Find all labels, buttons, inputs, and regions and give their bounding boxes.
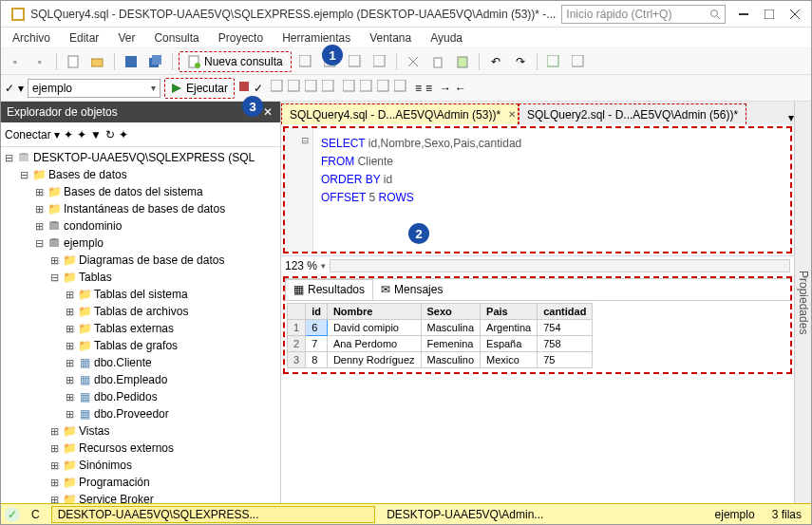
toolbar-icon[interactable] <box>568 51 589 72</box>
menu-archivo[interactable]: Archivo <box>5 29 58 47</box>
stop-button[interactable] <box>238 81 250 95</box>
tree-sys-tables[interactable]: ⊞📁Tablas del sistema <box>1 286 280 303</box>
sql-editor[interactable]: ⊟ SELECT id,Nombre,Sexo,Pais,cantidad FR… <box>285 128 790 252</box>
tree-ejemplo[interactable]: ⊟ejemplo <box>1 234 280 252</box>
tree-snapshots[interactable]: ⊞📁Instantáneas de bases de datos <box>1 200 280 217</box>
redo-button[interactable]: ↷ <box>510 51 531 72</box>
results-grid[interactable]: idNombreSexoPaiscantidad 16David comipio… <box>287 303 593 368</box>
nav-fwd-button[interactable]: ◦ <box>29 51 50 72</box>
toolbar-icon[interactable] <box>322 80 335 96</box>
menu-editar[interactable]: Editar <box>62 29 106 47</box>
paste-button[interactable] <box>452 51 473 72</box>
indent-button[interactable]: → <box>440 82 451 95</box>
panel-close-icon[interactable]: ✕ <box>261 105 274 119</box>
tree-condo[interactable]: ⊞condominio <box>1 217 280 234</box>
tree-synonyms[interactable]: ⊞📁Sinónimos <box>1 457 280 474</box>
tree-sys-db[interactable]: ⊞📁Bases de datos del sistema <box>1 183 280 200</box>
callout-3: 3 <box>242 96 263 117</box>
nav-back-button[interactable]: ◦ <box>5 51 26 72</box>
table-row: 38Denny RodríguezMasculinoMexico75 <box>288 352 593 368</box>
tree-diagrams[interactable]: ⊞📁Diagramas de base de datos <box>1 252 280 269</box>
undo-button[interactable]: ↶ <box>485 51 506 72</box>
menu-consulta[interactable]: Consulta <box>146 29 206 47</box>
toolbar-icon[interactable] <box>305 80 318 96</box>
svg-rect-12 <box>152 55 161 65</box>
cut-button[interactable] <box>403 51 424 72</box>
toolbar-icon[interactable]: ✦ <box>119 128 128 141</box>
new-item-button[interactable] <box>63 51 84 72</box>
open-button[interactable] <box>87 51 108 72</box>
toolbar-icon[interactable] <box>377 80 390 96</box>
menu-ver[interactable]: Ver <box>110 29 142 47</box>
close-icon[interactable]: ✕ <box>508 109 516 120</box>
tab-mensajes[interactable]: ✉Mensajes <box>373 279 450 300</box>
toolbar-icon[interactable] <box>271 80 284 96</box>
menu-ventana[interactable]: Ventana <box>362 29 419 47</box>
toolbar-icon[interactable]: ✓ <box>5 82 14 95</box>
tree-ext-resources[interactable]: ⊞📁Recursos externos <box>1 440 280 457</box>
toolbar-icon[interactable] <box>343 80 356 96</box>
toolbar-icon[interactable] <box>360 80 373 96</box>
connect-dropdown[interactable]: Conectar ▾ <box>5 128 60 141</box>
save-button[interactable] <box>121 51 142 72</box>
copy-button[interactable] <box>427 51 448 72</box>
object-tree[interactable]: ⊟DESKTOP-UAAE5VQ\SQLEXPRESS (SQL ⊟📁Bases… <box>1 147 280 503</box>
toolbar-icon[interactable] <box>394 80 407 96</box>
toolbar-icon[interactable] <box>295 51 316 72</box>
tree-tables[interactable]: ⊟📁Tablas <box>1 269 280 286</box>
toolbar-icon[interactable]: ✦ <box>64 128 73 141</box>
tree-views[interactable]: ⊞📁Vistas <box>1 422 280 440</box>
minimize-button[interactable] <box>731 4 757 25</box>
new-query-button[interactable]: Nueva consulta <box>179 51 292 72</box>
uncomment-button[interactable]: ≡ <box>425 82 432 95</box>
tree-service-broker[interactable]: ⊞📁Service Broker <box>1 491 280 503</box>
outdent-button[interactable]: ← <box>455 82 466 95</box>
toolbar-icon[interactable] <box>288 80 301 96</box>
tree-graph-tables[interactable]: ⊞📁Tablas de grafos <box>1 337 280 354</box>
properties-strip[interactable]: Propiedades <box>794 102 811 503</box>
status-rows: 3 filas <box>766 506 807 523</box>
parse-button[interactable]: ✓ <box>254 82 263 95</box>
chevron-down-icon[interactable]: ▾ <box>321 261 326 271</box>
callout-1: 1 <box>322 45 343 66</box>
toolbar-icon[interactable] <box>543 51 564 72</box>
execute-button[interactable]: Ejecutar <box>164 78 235 99</box>
save-all-button[interactable] <box>145 51 166 72</box>
tab-resultados[interactable]: ▦Resultados <box>285 279 373 300</box>
menu-ayuda[interactable]: Ayuda <box>423 29 470 47</box>
comment-button[interactable]: ≡ <box>415 82 422 95</box>
toolbar-icon[interactable]: ✦ <box>77 128 86 141</box>
tree-databases[interactable]: ⊟📁Bases de datos <box>1 166 280 183</box>
zoom-bar: 123 % ▾ <box>281 255 794 274</box>
tree-programming[interactable]: ⊞📁Programación <box>1 474 280 491</box>
tree-ext-tables[interactable]: ⊞📁Tablas externas <box>1 320 280 337</box>
toolbar-icon[interactable] <box>345 51 366 72</box>
tabs-more-button[interactable]: ▾ <box>788 111 794 124</box>
toolbar-icon[interactable]: ▼ <box>90 128 102 141</box>
zoom-level[interactable]: 123 % <box>285 259 317 272</box>
toolbar-icon[interactable]: ↻ <box>105 128 115 141</box>
horizontal-scrollbar[interactable] <box>330 259 790 272</box>
svg-rect-26 <box>288 80 299 91</box>
tree-file-tables[interactable]: ⊞📁Tablas de archivos <box>1 303 280 320</box>
quick-launch-input[interactable]: Inicio rápido (Ctrl+Q) <box>561 5 725 24</box>
tree-table-proveedor[interactable]: ⊞▦dbo.Proveedor <box>1 405 280 422</box>
tab-sqlquery4[interactable]: SQLQuery4.sql - D...AE5VQ\Admin (53))*✕ <box>281 103 519 124</box>
editor-code[interactable]: SELECT id,Nombre,Sexo,Pais,cantidad FROM… <box>313 128 790 252</box>
maximize-button[interactable] <box>757 4 783 25</box>
table-row: 16David comipioMasculinaArgentina754 <box>288 320 593 336</box>
toolbar-icon[interactable] <box>369 51 390 72</box>
menu-proyecto[interactable]: Proyecto <box>211 29 271 47</box>
database-combo[interactable]: ejemplo ▾ <box>28 79 161 98</box>
toolbar-icon[interactable]: ▾ <box>18 82 24 95</box>
new-query-icon <box>187 55 200 68</box>
menu-herramientas[interactable]: Herramientas <box>274 29 358 47</box>
tree-server[interactable]: ⊟DESKTOP-UAAE5VQ\SQLEXPRESS (SQL <box>1 149 280 166</box>
tree-table-pedidos[interactable]: ⊞▦dbo.Pedidos <box>1 388 280 405</box>
tree-table-cliente[interactable]: ⊞▦dbo.Cliente <box>1 354 280 371</box>
tab-sqlquery2[interactable]: SQLQuery2.sql - D...AE5VQ\Admin (56))* <box>519 103 746 124</box>
svg-rect-17 <box>349 55 360 66</box>
close-button[interactable] <box>782 4 807 25</box>
tree-table-empleado[interactable]: ⊞▦dbo.Empleado <box>1 371 280 388</box>
svg-point-2 <box>710 9 717 16</box>
